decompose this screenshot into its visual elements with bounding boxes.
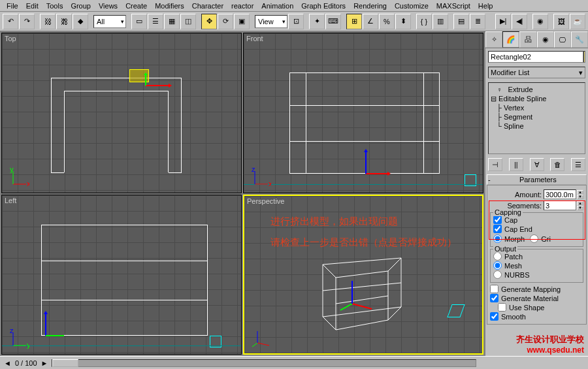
mesh-radio[interactable] — [493, 261, 502, 270]
segments-input[interactable] — [544, 201, 576, 210]
modifier-list-combo[interactable]: Modifier List — [488, 67, 585, 78]
tab-display[interactable]: 🖵 — [554, 31, 571, 48]
stack-toolbar: ⊣ || ∀ 🗑 ☰ — [488, 158, 585, 171]
render-scene-button[interactable]: 🖼 — [553, 14, 569, 29]
refcoord-combo[interactable]: View — [255, 15, 287, 28]
mirror-button[interactable]: ▥ — [433, 14, 448, 29]
menu-grapheditors[interactable]: Graph Editors — [297, 2, 350, 10]
viewport-top[interactable]: Top xy — [1, 33, 242, 193]
stack-spline[interactable]: └ Spline — [491, 121, 583, 131]
time-slider-thumb[interactable] — [52, 359, 78, 367]
cap-start-check[interactable] — [493, 216, 502, 224]
stack-extrude[interactable]: ♀ Extrude — [491, 85, 583, 94]
select-button[interactable]: ▭ — [131, 14, 147, 29]
amount-up[interactable]: ▲ — [577, 190, 583, 195]
amount-down[interactable]: ▼ — [577, 195, 583, 199]
segments-down[interactable]: ▼ — [577, 206, 583, 210]
stack-segment[interactable]: ├ Segment — [491, 112, 583, 121]
manipulate-button[interactable]: ✦ — [309, 14, 325, 29]
tab-hierarchy[interactable]: 品 — [519, 31, 536, 48]
material-button[interactable]: ◉ — [532, 14, 548, 29]
window-crossing-button[interactable]: ◫ — [180, 14, 196, 29]
menu-create[interactable]: Create — [122, 2, 151, 10]
menu-group[interactable]: Group — [67, 2, 95, 10]
keyboard-button[interactable]: ⌨ — [325, 14, 341, 29]
selection-set-combo[interactable]: All — [93, 15, 126, 28]
gen-mapping-check[interactable] — [490, 285, 498, 293]
viewport-left[interactable]: Left yz — [1, 195, 242, 355]
patch-radio[interactable] — [493, 252, 502, 261]
gen-material-check[interactable] — [490, 294, 498, 302]
spinner-snap-button[interactable]: ⬍ — [395, 14, 411, 29]
output-group-label: Output — [493, 245, 517, 253]
redo-button[interactable]: ↷ — [19, 14, 35, 29]
segments-up[interactable]: ▲ — [577, 201, 583, 206]
use-shape-check[interactable] — [498, 303, 506, 312]
scale-button[interactable]: ▣ — [234, 14, 250, 29]
morph-radio[interactable] — [493, 234, 502, 243]
menu-reactor[interactable]: reactor — [227, 2, 257, 10]
svg-text:z: z — [252, 168, 255, 173]
select-name-button[interactable]: ☰ — [148, 14, 163, 29]
grid-radio[interactable] — [530, 234, 538, 243]
snap-button[interactable]: ⊞ — [346, 14, 362, 29]
svg-line-29 — [257, 343, 269, 345]
menu-file[interactable]: File — [3, 2, 22, 10]
menu-modifiers[interactable]: Modifiers — [151, 2, 188, 10]
make-unique-button[interactable]: ∀ — [530, 158, 544, 171]
cap-end-check[interactable] — [493, 225, 502, 233]
percent-snap-button[interactable]: % — [379, 14, 395, 29]
playback-prev-button[interactable]: ◄ — [4, 359, 11, 367]
viewport-front[interactable]: Front xz — [243, 33, 483, 193]
parameters-header[interactable]: -Parameters — [487, 174, 587, 185]
annotation-line1: 进行挤出模型，如果出现问题 — [270, 213, 398, 230]
tab-modify[interactable]: 🌈 — [502, 31, 519, 48]
object-color-swatch[interactable] — [583, 51, 585, 63]
menu-animation[interactable]: Animation — [257, 2, 297, 10]
link-button[interactable]: ⛓ — [40, 14, 56, 29]
modifier-stack[interactable]: ♀ Extrude ⊟ Editable Spline ├ Vertex ├ S… — [488, 82, 585, 154]
quick-render-button[interactable]: ☕ — [570, 14, 585, 29]
smooth-check[interactable] — [490, 312, 498, 321]
amount-input[interactable] — [544, 189, 576, 199]
layers-button[interactable]: ≣ — [470, 14, 485, 29]
configure-button[interactable]: ☰ — [571, 158, 585, 171]
pin-stack-button[interactable]: ⊣ — [488, 158, 502, 171]
menu-rendering[interactable]: Rendering — [350, 2, 391, 10]
menu-maxscript[interactable]: MAXScript — [433, 2, 474, 10]
remove-mod-button[interactable]: 🗑 — [550, 158, 564, 171]
tab-create[interactable]: ✧ — [485, 31, 502, 48]
pivot-button[interactable]: ⊡ — [288, 14, 304, 29]
stack-vertex[interactable]: ├ Vertex — [491, 103, 583, 112]
time-slider[interactable] — [52, 359, 476, 367]
menu-help[interactable]: Help — [474, 2, 497, 10]
named-sets-button[interactable]: { } — [416, 14, 432, 29]
stack-editable-spline[interactable]: ⊟ Editable Spline — [491, 94, 583, 103]
svg-text:z: z — [10, 329, 14, 334]
undo-button[interactable]: ↶ — [3, 14, 18, 29]
viewport-persp-label: Perspective — [247, 197, 284, 205]
menu-edit[interactable]: Edit — [22, 2, 42, 10]
unlink-button[interactable]: ⛓̸ — [56, 14, 72, 29]
playback-next-button[interactable]: ► — [41, 359, 48, 367]
angle-snap-button[interactable]: ∠ — [363, 14, 378, 29]
rotate-button[interactable]: ⟳ — [218, 14, 233, 29]
align-button[interactable]: ▤ — [453, 14, 469, 29]
svg-line-27 — [340, 304, 352, 310]
curve-editor-button[interactable]: ▶| — [495, 14, 511, 29]
object-name-input[interactable] — [488, 51, 583, 63]
menu-tools[interactable]: Tools — [42, 2, 67, 10]
nurbs-radio[interactable] — [493, 270, 502, 279]
show-result-button[interactable]: || — [509, 158, 523, 171]
schematic-button[interactable]: ◀| — [512, 14, 527, 29]
tab-utilities[interactable]: 🔧 — [571, 31, 588, 48]
select-region-button[interactable]: ▦ — [164, 14, 180, 29]
menu-character[interactable]: Character — [188, 2, 227, 10]
tab-motion[interactable]: ◉ — [537, 31, 554, 48]
move-button[interactable]: ✥ — [201, 14, 217, 29]
workspace: Top xy Front — [0, 31, 588, 356]
bind-button[interactable]: ◆ — [73, 14, 88, 29]
menu-views[interactable]: Views — [95, 2, 122, 10]
viewport-perspective[interactable]: Perspective 进行挤出模型，如果出现问题 — [243, 195, 483, 355]
menu-customize[interactable]: Customize — [391, 2, 433, 10]
